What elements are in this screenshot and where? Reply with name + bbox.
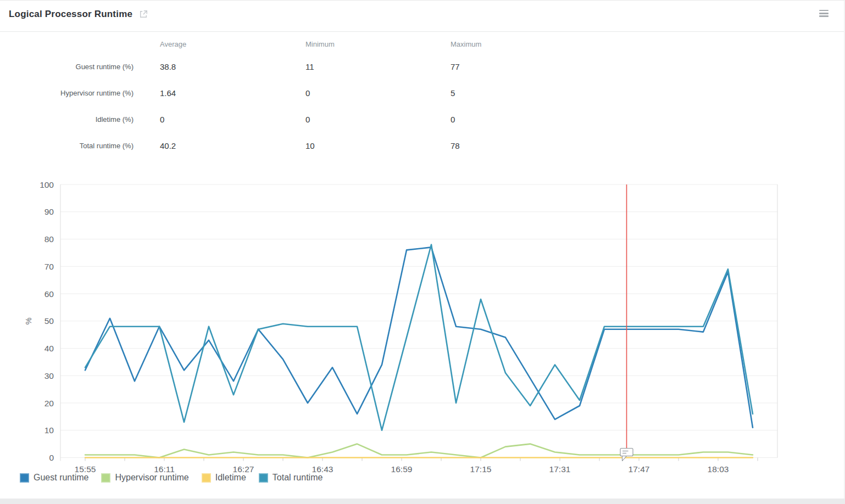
stats-row-label: Guest runtime (%) (0, 53, 134, 80)
stats-value: 10 (279, 132, 424, 159)
x-axis: 15:5516:1116:2716:4316:5917:1517:3117:47… (75, 458, 758, 474)
comment-bubble-tail (622, 456, 627, 461)
x-tick-label: 17:31 (549, 464, 571, 474)
stats-value: 11 (279, 53, 424, 80)
stats-value: 78 (424, 132, 604, 159)
chart-legend: Guest runtime Hypervisor runtime Idletim… (20, 473, 323, 483)
x-tick-label: 16:59 (391, 464, 413, 474)
x-tick-label: 18:03 (708, 464, 729, 474)
x-tick-label: 17:15 (470, 464, 492, 474)
legend-item-total-runtime[interactable]: Total runtime (259, 473, 323, 483)
y-tick-label: 50 (45, 316, 54, 326)
legend-swatch-total (259, 473, 268, 483)
logical-processor-runtime-panel: Logical Processor Runtime Average Minimu… (0, 0, 845, 499)
page-title: Logical Processor Runtime (9, 9, 132, 20)
y-tick-label: 90 (45, 207, 54, 216)
stats-value: 5 (424, 80, 604, 106)
stats-table: Average Minimum Maximum Guest runtime (%… (0, 35, 604, 159)
stats-row-label: Hypervisor runtime (%) (0, 80, 134, 106)
legend-item-idletime[interactable]: Idletime (202, 473, 246, 483)
y-tick-label: 70 (45, 262, 54, 271)
y-axis-tick-labels: 0102030405060708090100 (40, 180, 54, 463)
gridlines (60, 184, 777, 458)
stats-value: 38.8 (134, 53, 279, 80)
stats-value: 1.64 (134, 80, 279, 106)
y-axis-unit-label: % (24, 317, 33, 324)
y-tick-label: 80 (45, 234, 54, 244)
y-tick-label: 40 (45, 344, 54, 353)
y-tick-label: 60 (45, 289, 54, 299)
x-tick-label: 17:47 (629, 464, 650, 474)
legend-item-guest-runtime[interactable]: Guest runtime (20, 473, 88, 483)
y-tick-label: 0 (49, 453, 54, 462)
y-tick-label: 20 (45, 399, 54, 408)
stats-corner-cell (0, 35, 134, 53)
series-line-guest-runtime (85, 247, 753, 427)
y-tick-label: 30 (45, 371, 54, 380)
comment-bubble-icon (620, 449, 633, 456)
stats-row-label: Idletime (%) (0, 106, 134, 132)
legend-swatch-idletime (202, 473, 211, 483)
panel-header: Logical Processor Runtime (0, 1, 844, 32)
stats-value: 0 (279, 106, 424, 132)
y-tick-label: 10 (45, 425, 54, 435)
stats-value: 0 (279, 80, 424, 106)
stats-col-maximum: Maximum (424, 35, 604, 53)
y-tick-label: 100 (40, 180, 54, 189)
legend-swatch-guest (20, 473, 29, 483)
menu-icon[interactable] (819, 10, 829, 18)
stats-value: 0 (134, 106, 279, 132)
stats-value: 77 (424, 53, 604, 80)
annotation-comment-marker[interactable] (620, 449, 633, 461)
stats-value: 40.2 (134, 132, 279, 159)
series-line-hypervisor-runtime (85, 444, 753, 458)
open-in-new-window-icon[interactable] (140, 10, 148, 18)
series-line-total-runtime (85, 245, 753, 430)
legend-item-hypervisor-runtime[interactable]: Hypervisor runtime (101, 473, 188, 483)
stats-value: 0 (424, 106, 604, 132)
stats-col-average: Average (134, 35, 279, 53)
legend-swatch-hypervisor (101, 473, 110, 483)
stats-row-label: Total runtime (%) (0, 132, 134, 159)
stats-col-minimum: Minimum (279, 35, 424, 53)
